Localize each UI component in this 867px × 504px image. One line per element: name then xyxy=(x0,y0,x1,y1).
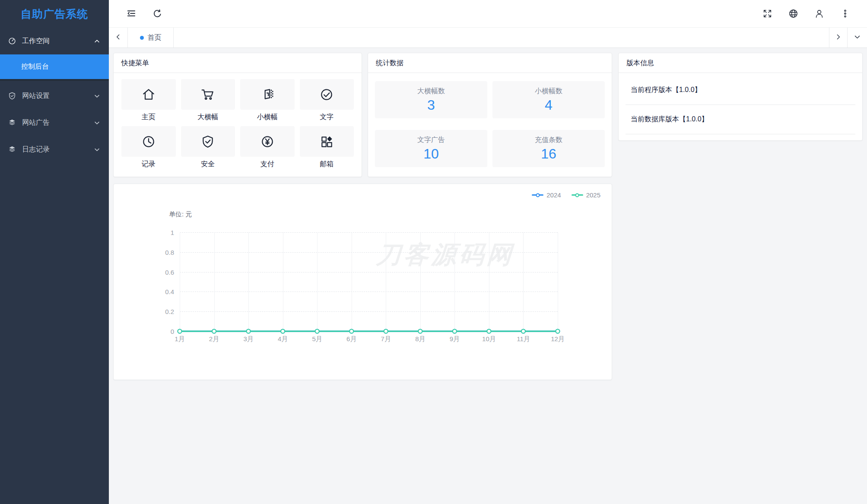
y-axis-tick-label: 0.4 xyxy=(165,288,174,295)
quick-item-small-banner[interactable]: 小横幅 xyxy=(240,79,295,122)
sidebar-item-label: 日志记录 xyxy=(22,145,50,154)
data-point-2025 xyxy=(212,330,216,333)
data-point-2025 xyxy=(281,330,285,333)
data-point-2025 xyxy=(521,330,525,333)
card-title: 统计数据 xyxy=(368,53,612,73)
fullscreen-icon[interactable] xyxy=(762,9,772,19)
stat-big-banner-count: 大横幅数 3 xyxy=(375,81,487,118)
legend-line-marker-icon xyxy=(572,192,583,198)
tabbar-spacer xyxy=(174,28,829,48)
x-axis-tick-label: 9月 xyxy=(450,335,460,343)
app-logo: 自助广告系统 xyxy=(0,0,109,28)
globe-icon[interactable] xyxy=(788,9,798,19)
quick-item-records[interactable]: 记录 xyxy=(121,126,176,169)
layers-icon xyxy=(8,145,16,154)
stat-small-banner-count: 小横幅数 4 xyxy=(492,81,605,118)
tabs-scroll-left-button[interactable] xyxy=(109,28,128,48)
tab-home[interactable]: 首页 xyxy=(128,28,174,48)
chevron-right-icon xyxy=(835,33,842,42)
x-axis-tick-label: 8月 xyxy=(415,335,425,343)
sidebar: 自助广告系统 工作空间 控制后台 xyxy=(0,0,109,504)
sidebar-submenu-workspace: 控制后台 xyxy=(0,54,109,81)
quick-menu-grid: 主页 大横幅 小横幅 xyxy=(114,73,362,175)
data-point-2025 xyxy=(349,330,353,333)
home-icon xyxy=(121,79,176,110)
shield-icon xyxy=(8,92,16,100)
chevron-down-icon xyxy=(94,93,100,99)
data-point-2025 xyxy=(384,330,388,333)
quick-item-security[interactable]: 安全 xyxy=(181,126,235,169)
legend-item-2025[interactable]: 2025 xyxy=(572,191,600,199)
data-point-2025 xyxy=(487,330,491,333)
chevron-down-icon xyxy=(94,120,100,126)
sidebar-item-logs[interactable]: 日志记录 xyxy=(0,136,109,163)
chevron-down-icon xyxy=(854,33,861,42)
menu-fold-icon[interactable] xyxy=(126,9,136,19)
yen-circle-icon xyxy=(240,126,295,157)
banner-icon xyxy=(240,79,295,110)
chart-legend: 2024 2025 xyxy=(532,191,600,199)
sidebar-item-site-settings[interactable]: 网站设置 xyxy=(0,82,109,109)
more-vertical-icon[interactable] xyxy=(840,9,850,19)
data-point-2025 xyxy=(556,330,560,333)
sidebar-subitem-label: 控制后台 xyxy=(21,62,49,71)
data-point-2025 xyxy=(418,330,422,333)
card-title: 版本信息 xyxy=(619,53,862,73)
quick-item-text[interactable]: 文字 xyxy=(300,79,354,122)
sidebar-item-label: 网站设置 xyxy=(22,92,50,101)
sidebar-item-site-ads[interactable]: 网站广告 xyxy=(0,109,109,136)
y-axis-tick-label: 0.8 xyxy=(165,248,174,256)
database-version-row: 当前数据库版本【1.0.0】 xyxy=(626,105,855,134)
layers-icon xyxy=(8,118,16,127)
clock-icon xyxy=(121,126,176,157)
quick-menu-card: 快捷菜单 主页 大横幅 xyxy=(113,53,362,177)
data-point-2025 xyxy=(178,330,182,333)
sidebar-item-label: 网站广告 xyxy=(22,118,50,127)
tab-label: 首页 xyxy=(148,33,162,42)
x-axis-tick-label: 4月 xyxy=(278,335,288,343)
y-axis-tick-label: 0.6 xyxy=(165,268,174,276)
check-circle-icon xyxy=(300,79,354,110)
tabs-scroll-right-button[interactable] xyxy=(829,28,847,48)
x-axis-tick-label: 12月 xyxy=(551,335,565,343)
user-icon[interactable] xyxy=(814,9,824,19)
version-card: 版本信息 当前程序版本【1.0.0】 当前数据库版本【1.0.0】 xyxy=(618,53,863,141)
legend-item-2024[interactable]: 2024 xyxy=(532,191,561,199)
refresh-icon[interactable] xyxy=(152,9,162,19)
quick-item-home[interactable]: 主页 xyxy=(121,79,176,122)
x-axis-tick-label: 3月 xyxy=(243,335,253,343)
y-axis-unit-label: 单位: 元 xyxy=(169,210,192,219)
cart-icon xyxy=(181,79,235,110)
sidebar-item-workspace[interactable]: 工作空间 xyxy=(0,28,109,54)
app-window: 自助广告系统 工作空间 控制后台 xyxy=(0,0,867,504)
x-axis-tick-label: 2月 xyxy=(209,335,219,343)
x-axis-tick-label: 1月 xyxy=(175,335,184,343)
stat-recharge-count: 充值条数 16 xyxy=(492,130,605,167)
top-header xyxy=(109,0,867,27)
stat-text-ads-count: 文字广告 10 xyxy=(375,130,487,167)
y-axis-tick-label: 1 xyxy=(171,229,174,236)
active-tab-dot xyxy=(140,36,144,40)
shield-check-icon xyxy=(181,126,235,157)
chart-card: 2024 2025 单位: 元 刀客源码网 00.20.40.60.811月2月… xyxy=(113,184,612,380)
y-axis-tick-label: 0.2 xyxy=(165,308,174,315)
chevron-up-icon xyxy=(94,38,100,44)
chevron-down-icon xyxy=(94,146,100,153)
grid-line-vertical xyxy=(558,232,558,331)
sidebar-item-label: 工作空间 xyxy=(22,37,50,46)
sidebar-item-control-backend[interactable]: 控制后台 xyxy=(0,54,109,79)
quick-item-payment[interactable]: 支付 xyxy=(240,126,295,169)
y-axis-tick-label: 0 xyxy=(171,328,174,335)
legend-line-marker-icon xyxy=(532,192,543,198)
x-axis-tick-label: 7月 xyxy=(381,335,391,343)
gauge-icon xyxy=(8,37,16,45)
data-point-2025 xyxy=(315,330,319,333)
x-axis-tick-label: 6月 xyxy=(346,335,356,343)
chart-series-svg xyxy=(180,232,558,331)
tabs-dropdown-button[interactable] xyxy=(847,28,867,48)
quick-item-big-banner[interactable]: 大横幅 xyxy=(181,79,235,122)
data-point-2025 xyxy=(453,330,457,333)
x-axis-tick-label: 5月 xyxy=(312,335,322,343)
tab-bar: 首页 xyxy=(109,27,867,48)
quick-item-mailbox[interactable]: 邮箱 xyxy=(300,126,354,169)
